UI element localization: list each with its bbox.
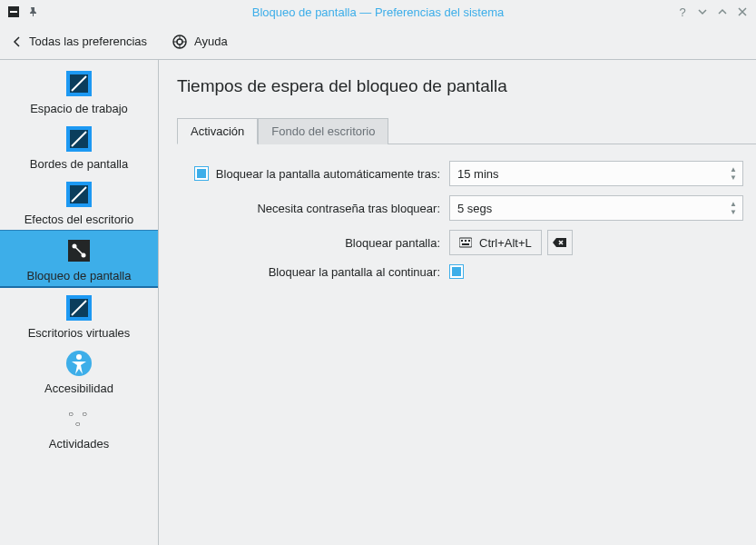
keyboard-icon xyxy=(459,237,472,248)
sidebar-item-accessibility[interactable]: Accesibilidad xyxy=(0,343,158,399)
sidebar: Espacio de trabajo Bordes de pantalla Ef… xyxy=(0,60,159,545)
virtual-desktops-icon xyxy=(64,293,93,322)
password-after-value: 5 segs xyxy=(457,202,492,215)
sidebar-item-desktop-effects[interactable]: Efectos del escritorio xyxy=(0,174,158,230)
activities-icon: ○ ○ ○ xyxy=(64,404,93,433)
password-after-label: Necesita contraseña tras bloquear: xyxy=(257,202,440,215)
titlebar: Bloqueo de pantalla — Preferencias del s… xyxy=(0,0,756,24)
svg-rect-28 xyxy=(465,240,466,242)
shortcut-label: Bloquear pantalla: xyxy=(345,236,440,250)
row-shortcut: Bloquear pantalla: Ctrl+Alt+L xyxy=(177,230,756,255)
back-label: Todas las preferencias xyxy=(29,35,147,48)
help-icon[interactable]: ? xyxy=(676,5,689,18)
backspace-icon xyxy=(553,237,567,248)
svg-rect-27 xyxy=(461,240,463,242)
tab-desktop-background[interactable]: Fondo del escritorio xyxy=(258,118,388,144)
shortcut-value: Ctrl+Alt+L xyxy=(479,236,532,250)
help-button[interactable]: Ayuda xyxy=(167,31,233,53)
sidebar-item-activities[interactable]: ○ ○ ○ Actividades xyxy=(0,399,158,454)
back-all-preferences-button[interactable]: Todas las preferencias xyxy=(7,31,152,52)
desktop-effects-icon xyxy=(64,180,93,209)
maximize-icon[interactable] xyxy=(716,5,729,18)
row-auto-lock: Bloquear la pantalla automáticamente tra… xyxy=(177,161,756,186)
lock-resume-label: Bloquear la pantalla al continuar: xyxy=(269,265,440,279)
close-icon[interactable] xyxy=(736,5,749,18)
svg-rect-30 xyxy=(462,243,469,245)
shortcut-button[interactable]: Ctrl+Alt+L xyxy=(449,230,542,255)
main-panel: Tiempos de espera del bloqueo de pantall… xyxy=(159,60,756,545)
svg-rect-29 xyxy=(468,240,470,242)
sidebar-item-label: Escritorios virtuales xyxy=(28,326,131,340)
auto-lock-value: 15 mins xyxy=(457,167,499,181)
help-lifebuoy-icon xyxy=(172,35,187,49)
row-lock-resume: Bloquear la pantalla al continuar: xyxy=(177,264,756,279)
sidebar-item-screen-edges[interactable]: Bordes de pantalla xyxy=(0,119,158,174)
svg-rect-26 xyxy=(459,238,472,247)
svg-point-3 xyxy=(177,39,182,45)
app-menu-icon[interactable] xyxy=(7,5,20,18)
content: Espacio de trabajo Bordes de pantalla Ef… xyxy=(0,60,756,545)
sidebar-item-label: Espacio de trabajo xyxy=(30,102,128,115)
svg-rect-1 xyxy=(10,11,17,13)
sidebar-item-label: Actividades xyxy=(49,437,109,451)
toolbar: Todas las preferencias Ayuda xyxy=(0,24,756,60)
sidebar-item-workspace[interactable]: Espacio de trabajo xyxy=(0,64,158,119)
sidebar-item-label: Accesibilidad xyxy=(44,382,113,395)
titlebar-right: ? xyxy=(676,5,749,18)
screen-edges-icon xyxy=(64,124,93,154)
titlebar-left xyxy=(7,5,40,18)
sidebar-item-label: Bloqueo de pantalla xyxy=(27,269,132,282)
accessibility-icon xyxy=(64,349,93,378)
auto-lock-label: Bloquear la pantalla automáticamente tra… xyxy=(216,167,440,181)
help-label: Ayuda xyxy=(194,35,228,48)
tab-activation[interactable]: Activación xyxy=(177,118,258,144)
sidebar-item-label: Efectos del escritorio xyxy=(25,213,134,226)
settings-form: Bloquear la pantalla automáticamente tra… xyxy=(177,144,756,279)
sidebar-item-virtual-desktops[interactable]: Escritorios virtuales xyxy=(0,288,158,343)
minimize-icon[interactable] xyxy=(696,5,709,18)
sidebar-item-label: Bordes de pantalla xyxy=(30,157,128,171)
password-after-spinbox[interactable]: 5 segs ▲▼ xyxy=(449,195,743,221)
screen-lock-icon xyxy=(64,236,93,265)
row-password-after: Necesita contraseña tras bloquear: 5 seg… xyxy=(177,195,756,221)
pin-icon[interactable] xyxy=(27,5,40,18)
sidebar-item-screen-lock[interactable]: Bloqueo de pantalla xyxy=(0,230,158,288)
spinbox-arrows-icon[interactable]: ▲▼ xyxy=(730,166,737,182)
workspace-icon xyxy=(64,69,93,98)
spinbox-arrows-icon[interactable]: ▲▼ xyxy=(730,201,737,216)
svg-point-25 xyxy=(76,354,82,360)
tabs: Activación Fondo del escritorio xyxy=(177,118,756,144)
lock-resume-checkbox[interactable] xyxy=(449,264,464,279)
window-title: Bloqueo de pantalla — Preferencias del s… xyxy=(252,5,505,19)
auto-lock-spinbox[interactable]: 15 mins ▲▼ xyxy=(449,161,743,186)
clear-shortcut-button[interactable] xyxy=(547,230,573,255)
auto-lock-checkbox[interactable] xyxy=(194,166,209,181)
page-title: Tiempos de espera del bloqueo de pantall… xyxy=(177,76,756,96)
chevron-left-icon xyxy=(13,36,22,47)
